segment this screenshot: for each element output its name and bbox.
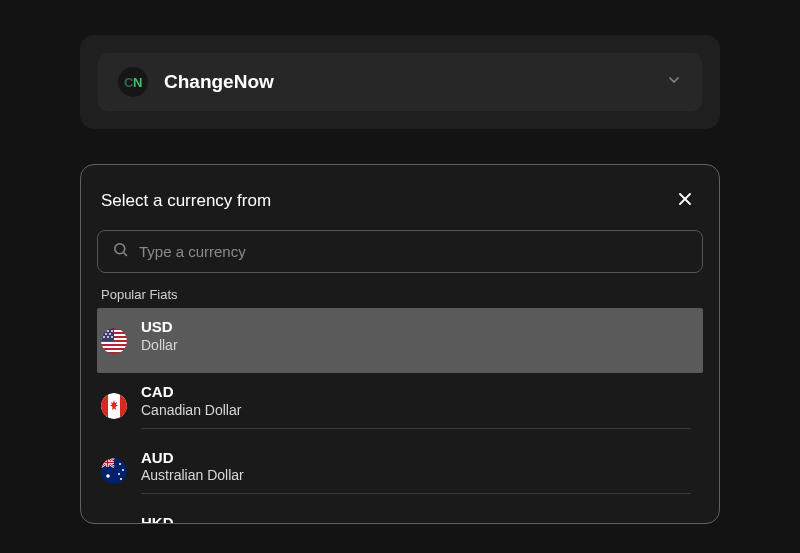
provider-selector[interactable]: CN ChangeNow: [98, 53, 702, 111]
flag-icon-cad: [101, 393, 127, 419]
svg-point-20: [111, 336, 113, 338]
provider-logo: CN: [118, 67, 148, 97]
close-icon: [675, 189, 695, 212]
currency-name: Dollar: [141, 337, 691, 355]
svg-point-13: [103, 330, 105, 332]
svg-point-14: [107, 330, 109, 332]
flag-icon-aud: [101, 458, 127, 484]
svg-point-2: [115, 244, 125, 254]
search-icon: [112, 241, 129, 262]
currency-code: CAD: [141, 383, 691, 402]
flag-icon-usd: [101, 328, 127, 354]
svg-point-29: [122, 469, 124, 471]
svg-rect-10: [101, 346, 127, 348]
svg-line-3: [124, 253, 127, 256]
svg-rect-24: [120, 393, 127, 419]
section-label: Popular Fiats: [97, 287, 703, 308]
currency-code: HKD: [141, 514, 691, 523]
currency-item-usd[interactable]: USD Dollar: [97, 308, 703, 373]
search-field[interactable]: [97, 230, 703, 273]
modal-title: Select a currency from: [101, 191, 271, 211]
close-button[interactable]: [671, 185, 699, 216]
svg-rect-12: [101, 328, 114, 341]
provider-card: CN ChangeNow: [80, 35, 720, 129]
svg-point-27: [106, 474, 110, 478]
svg-rect-23: [101, 393, 108, 419]
currency-item-aud[interactable]: AUD Australian Dollar: [97, 439, 703, 504]
svg-point-19: [107, 336, 109, 338]
svg-point-31: [120, 478, 122, 480]
currency-item-cad[interactable]: CAD Canadian Dollar: [97, 373, 703, 438]
chevron-down-icon: [666, 72, 682, 92]
svg-point-28: [119, 463, 121, 465]
svg-rect-9: [101, 342, 127, 344]
currency-code: AUD: [141, 449, 691, 468]
svg-rect-11: [101, 350, 127, 352]
currency-name: Canadian Dollar: [141, 402, 691, 420]
currency-list-scroll[interactable]: Popular Fiats USD Dollar: [97, 287, 709, 523]
currency-code: USD: [141, 318, 691, 337]
search-input[interactable]: [139, 243, 688, 260]
provider-name: ChangeNow: [164, 71, 274, 93]
svg-point-17: [109, 333, 111, 335]
svg-point-16: [105, 333, 107, 335]
currency-item-hkd[interactable]: HKD Hong Kong Dollar: [97, 504, 703, 523]
svg-point-15: [111, 330, 113, 332]
svg-point-18: [103, 336, 105, 338]
svg-point-30: [118, 473, 120, 475]
currency-modal: Select a currency from Popular Fiats: [80, 164, 720, 524]
currency-name: Australian Dollar: [141, 467, 691, 485]
